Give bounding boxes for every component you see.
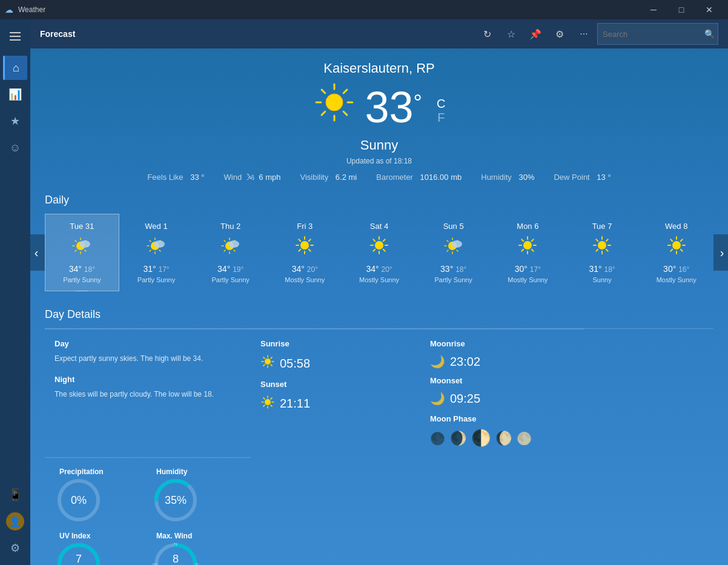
day-low: 18°	[84, 265, 95, 274]
svg-line-101	[271, 357, 272, 358]
pin-button[interactable]: 📌	[524, 23, 546, 45]
day-high: 30°	[663, 264, 676, 274]
refresh-button[interactable]: ↻	[476, 23, 498, 45]
hamburger-line	[10, 32, 21, 33]
celsius-button[interactable]: C	[437, 97, 445, 111]
svg-line-34	[224, 240, 225, 242]
daily-scroll: Tue 31 34° 18° Partly Sunny Wed 1	[45, 214, 713, 291]
dew-point-detail: Dew Point 13 °	[554, 173, 611, 182]
sidebar-item-news[interactable]: ☺	[3, 136, 27, 160]
svg-line-56	[373, 249, 375, 251]
moon-phase-1: 🌑	[430, 431, 445, 446]
day-temps: 34° 18°	[50, 264, 114, 274]
svg-line-63	[457, 250, 458, 251]
day-card-3[interactable]: Fri 3 34° 20° Mostly Sunny	[268, 214, 342, 291]
humidity-label: Humidity	[481, 173, 512, 182]
current-weather: Kaiserslautern, RP	[45, 61, 713, 194]
sidebar-hamburger[interactable]	[3, 24, 27, 48]
day-temps: 34° 19°	[199, 264, 262, 274]
day-card-2[interactable]: Thu 2 34° 19° Partly Sunny	[193, 214, 268, 291]
favorite-button[interactable]: ☆	[500, 23, 522, 45]
sidebar-item-phone[interactable]: 📱	[3, 483, 27, 507]
news-icon: ☺	[10, 142, 21, 154]
moon-section: Moonrise 🌙 23:02 Moonset	[420, 329, 584, 457]
day-card-8[interactable]: Wed 8 30° 16° Mostly Sunny	[639, 214, 713, 291]
day-low: 16°	[678, 265, 689, 274]
day-card-1[interactable]: Wed 1 31° 17° Partly Sunny	[119, 214, 194, 291]
svg-line-90	[670, 239, 672, 241]
uv-title: UV Index	[55, 532, 144, 540]
day-name: Fri 3	[273, 222, 337, 231]
svg-line-6	[343, 111, 347, 115]
day-temps: 34° 20°	[348, 264, 411, 274]
updated-text: Updated as of 18:18	[45, 157, 713, 165]
forecast-next-button[interactable]: ›	[713, 234, 728, 271]
maximize-button[interactable]: □	[667, 0, 695, 19]
day-low: 20°	[307, 265, 318, 274]
svg-point-67	[523, 241, 532, 249]
sidebar-item-avatar[interactable]: 👤	[3, 509, 27, 534]
settings-icon: ⚙	[10, 541, 20, 555]
visibility-label: Visibility	[300, 173, 329, 182]
moonset-icon: 🌙	[430, 391, 445, 406]
day-card-6[interactable]: Mon 6 30° 17° Mostly Sunny	[491, 214, 565, 291]
search-input[interactable]	[603, 30, 704, 39]
day-condition: Mostly Sunny	[273, 276, 337, 283]
forecast-prev-button[interactable]: ‹	[30, 234, 45, 271]
sidebar-item-maps[interactable]: 📊	[3, 82, 27, 107]
wind-gauge-title: Max. Wind	[151, 532, 241, 540]
main-content: Forecast ↻ ☆ 📌 ⚙ ··· 🔍 Kaiserslautern, R…	[30, 19, 728, 565]
svg-line-91	[681, 249, 683, 251]
sun-times-section: Sunrise	[251, 329, 420, 457]
svg-line-8	[322, 111, 325, 115]
app-icon: ☁	[5, 5, 13, 15]
day-high: 33°	[440, 264, 453, 274]
svg-point-76	[598, 241, 606, 249]
sidebar-item-favorites[interactable]: ★	[3, 109, 27, 133]
precipitation-value: 0%	[71, 495, 87, 506]
svg-line-54	[383, 249, 385, 251]
more-button[interactable]: ···	[573, 23, 595, 45]
header: Forecast ↻ ☆ 📌 ⚙ ··· 🔍	[30, 19, 728, 48]
visibility-detail: Visibility 6.2 mi	[300, 173, 357, 182]
svg-line-102	[263, 365, 265, 366]
sidebar: ⌂ 📊 ★ ☺ 📱 👤 ⚙	[0, 19, 30, 565]
day-low: 17°	[158, 265, 169, 274]
unit-switch: C F	[437, 97, 445, 125]
minimize-button[interactable]: ─	[640, 0, 667, 19]
day-night-section: Day Expect partly sunny skies. The high …	[45, 329, 251, 457]
day-card-5[interactable]: Sun 5 33° 18° Partly Sunny	[416, 214, 491, 291]
city-name: Kaiserslautern, RP	[45, 61, 713, 76]
search-box: 🔍	[597, 23, 718, 45]
svg-point-103	[265, 399, 271, 405]
display-settings-button[interactable]: ⚙	[549, 23, 571, 45]
header-title: Forecast	[40, 29, 471, 39]
titlebar: ☁ Weather ─ □ ✕	[0, 0, 728, 19]
sidebar-item-home[interactable]: ⌂	[3, 56, 27, 80]
close-button[interactable]: ✕	[695, 0, 723, 19]
day-label: Day	[55, 339, 241, 348]
svg-line-82	[606, 249, 608, 251]
gauges-section: Precipitation 0%	[45, 457, 251, 565]
day-high: 31°	[589, 264, 601, 274]
day-card-7[interactable]: Tue 7 31° 18° Sunny	[565, 214, 640, 291]
humidity-gauge-value: 35%	[165, 495, 187, 506]
svg-line-110	[271, 398, 272, 399]
day-weather-icon	[125, 236, 188, 259]
day-condition: Sunny	[571, 276, 634, 283]
daily-forecast: ‹ Tue 31 34° 18° Partly Sunny	[45, 214, 713, 291]
day-card-4[interactable]: Sat 4 34° 20° Mostly Sunny	[342, 214, 417, 291]
day-card-0[interactable]: Tue 31 34° 18° Partly Sunny	[45, 214, 119, 291]
moon-phase-4: 🌔	[495, 431, 512, 446]
fahrenheit-button[interactable]: F	[437, 111, 445, 125]
sunset-label: Sunset	[260, 380, 310, 389]
sidebar-item-settings[interactable]: ⚙	[3, 536, 27, 560]
day-name: Tue 7	[571, 222, 634, 231]
feels-like-value: 33 °	[190, 173, 204, 182]
header-actions: ↻ ☆ 📌 ⚙ ··· 🔍	[476, 23, 718, 45]
day-weather-icon	[644, 236, 708, 259]
sunset-time: 21:11	[280, 397, 310, 411]
humidity-detail: Humidity 30%	[481, 173, 534, 182]
wind-gauge: Max. Wind N S E	[151, 532, 241, 565]
day-name: Mon 6	[496, 222, 560, 231]
